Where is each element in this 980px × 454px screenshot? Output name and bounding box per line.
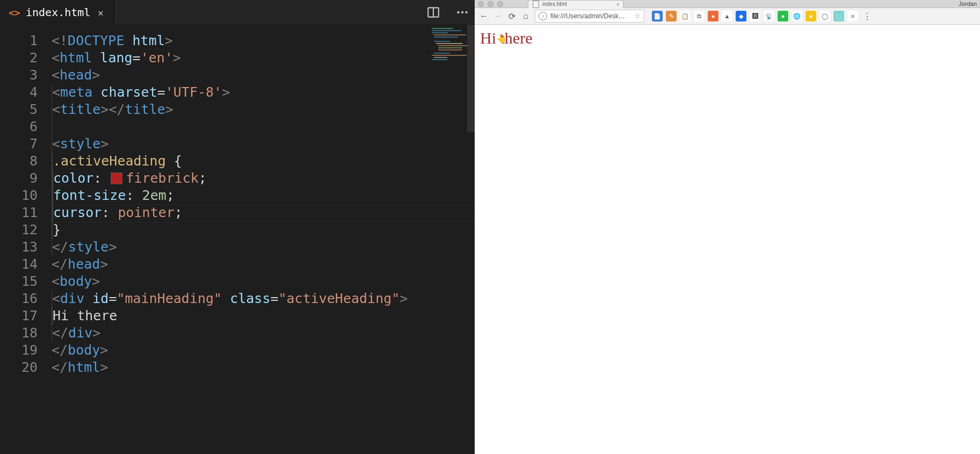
browser-tab[interactable]: index.html × xyxy=(528,0,623,8)
browser-tab-title: index.html xyxy=(542,1,567,7)
color-swatch xyxy=(111,172,122,184)
bookmark-star-icon[interactable]: ☆ xyxy=(635,12,641,20)
code-line[interactable]: </div> xyxy=(52,325,475,342)
code-line[interactable]: <meta charset='UTF-8'> xyxy=(52,84,475,101)
code-line[interactable]: } xyxy=(52,221,475,239)
line-number: 4 xyxy=(0,84,52,101)
extension-icon[interactable]: ● xyxy=(778,11,788,21)
extension-icon[interactable]: ⬚ xyxy=(833,11,844,21)
line-number: 6 xyxy=(0,118,52,135)
page-viewport: Hi there 👆 xyxy=(475,25,980,454)
url-text: file:///Users/admin/Desk… xyxy=(550,12,625,20)
back-button[interactable]: ← xyxy=(479,11,489,21)
line-number: 16 xyxy=(0,290,52,307)
extension-icon[interactable]: 📡 xyxy=(764,11,774,21)
code-line[interactable]: font-size: 2em; xyxy=(52,187,475,204)
code-line[interactable]: <div id="mainHeading" class="activeHeadi… xyxy=(52,290,475,307)
extension-icon[interactable]: ● xyxy=(805,11,816,21)
line-number: 12 xyxy=(0,221,52,239)
extensions-row: 📄✎📋⧉●▲◆🅰📡●🌐●◯⬚≡ xyxy=(652,11,858,21)
html-file-icon: <> xyxy=(9,6,20,18)
code-line[interactable]: Hi there xyxy=(52,307,475,325)
line-number: 11 xyxy=(0,204,52,221)
forward-button: → xyxy=(493,11,503,21)
editor-tabbar: <> index.html ✕ xyxy=(0,0,475,25)
editor-tab-active[interactable]: <> index.html ✕ xyxy=(0,0,114,25)
svg-point-3 xyxy=(461,11,463,13)
line-number: 20 xyxy=(0,359,52,376)
line-number: 8 xyxy=(0,153,52,170)
code-line[interactable]: <body> xyxy=(52,273,475,290)
page-icon xyxy=(533,1,539,8)
minimap-viewport[interactable] xyxy=(467,25,475,132)
line-number: 7 xyxy=(0,135,52,153)
line-number: 14 xyxy=(0,256,52,273)
code-line[interactable]: cursor: pointer; xyxy=(52,204,475,221)
extension-icon[interactable]: ◆ xyxy=(736,11,746,21)
line-number: 17 xyxy=(0,307,52,325)
extension-icon[interactable]: 🅰 xyxy=(750,11,760,21)
svg-point-4 xyxy=(465,11,467,13)
code-line[interactable]: </html> xyxy=(52,359,475,376)
more-actions-icon[interactable] xyxy=(455,5,469,19)
code-line[interactable]: </style> xyxy=(52,239,475,256)
code-line[interactable]: .activeHeading { xyxy=(52,153,475,170)
extension-icon[interactable]: 🌐 xyxy=(792,11,802,21)
code-line[interactable]: </head> xyxy=(52,256,475,273)
extension-icon[interactable]: ≡ xyxy=(847,11,858,21)
tab-filename: index.html xyxy=(26,6,90,19)
line-number: 9 xyxy=(0,170,52,187)
profile-name[interactable]: Jordan xyxy=(959,1,977,7)
svg-point-2 xyxy=(457,11,459,13)
extension-icon[interactable]: ◯ xyxy=(819,11,830,21)
browser-titlebar: index.html × Jordan xyxy=(475,0,980,8)
home-button[interactable]: ⌂ xyxy=(521,11,531,21)
code-line[interactable]: <head> xyxy=(52,67,475,84)
line-number: 13 xyxy=(0,239,52,256)
page-heading[interactable]: Hi there xyxy=(480,29,975,47)
extension-icon[interactable]: ⧉ xyxy=(694,11,705,21)
address-bar[interactable]: i file:///Users/admin/Desk… ☆ xyxy=(535,10,644,23)
line-number-gutter: 1234567891011121314151617181920 xyxy=(0,25,52,454)
code-line[interactable]: <style> xyxy=(52,135,475,153)
browser-toolbar: ← → ⟳ ⌂ i file:///Users/admin/Desk… ☆ 📄✎… xyxy=(475,8,980,25)
extension-icon[interactable]: ● xyxy=(708,11,718,21)
line-number: 1 xyxy=(0,32,52,49)
code-line[interactable]: color: firebrick; xyxy=(52,170,475,187)
line-number: 10 xyxy=(0,187,52,204)
split-editor-icon[interactable] xyxy=(426,5,440,19)
browser-window: index.html × Jordan ← → ⟳ ⌂ i file:///Us… xyxy=(475,0,980,454)
extension-icon[interactable]: 📋 xyxy=(680,11,691,21)
chrome-menu-icon[interactable]: ⋮ xyxy=(862,11,872,21)
line-number: 2 xyxy=(0,49,52,67)
line-number: 5 xyxy=(0,101,52,118)
code-area[interactable]: <!DOCTYPE html><html lang='en'><head> <m… xyxy=(52,25,475,454)
extension-icon[interactable]: ✎ xyxy=(666,11,677,21)
code-line[interactable] xyxy=(52,118,475,135)
code-line[interactable]: <html lang='en'> xyxy=(52,49,475,67)
vscode-window: <> index.html ✕ 123456789101112131415161… xyxy=(0,0,475,454)
site-info-icon[interactable]: i xyxy=(539,12,547,20)
line-number: 19 xyxy=(0,342,52,359)
line-number: 3 xyxy=(0,67,52,84)
line-number: 15 xyxy=(0,273,52,290)
reload-button[interactable]: ⟳ xyxy=(507,11,517,21)
extension-icon[interactable]: ▲ xyxy=(722,11,732,21)
close-tab-icon[interactable]: ✕ xyxy=(96,8,105,17)
close-browser-tab-icon[interactable]: × xyxy=(616,1,620,8)
code-line[interactable]: <title></title> xyxy=(52,101,475,118)
minimap[interactable] xyxy=(426,25,475,454)
extension-icon[interactable]: 📄 xyxy=(652,11,663,21)
code-line[interactable]: </body> xyxy=(52,342,475,359)
traffic-lights[interactable] xyxy=(478,1,503,7)
line-number: 18 xyxy=(0,325,52,342)
code-editor[interactable]: 1234567891011121314151617181920 <!DOCTYP… xyxy=(0,25,475,454)
code-line[interactable]: <!DOCTYPE html> xyxy=(52,32,475,49)
